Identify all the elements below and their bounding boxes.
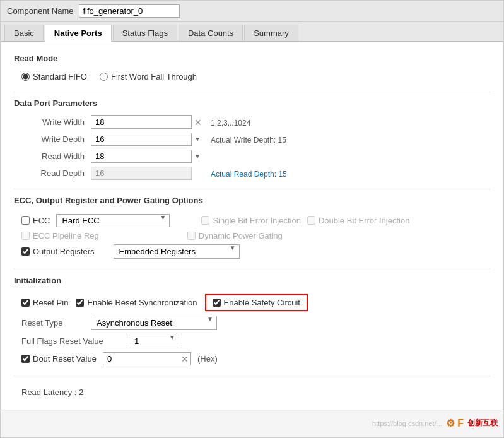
watermark: https://blog.csdn.net/... ⚙ F 创新互联	[372, 417, 498, 429]
reset-pin-text: Reset Pin	[33, 298, 68, 307]
read-latency: Read Latency : 2	[14, 382, 490, 402]
standard-fifo-option[interactable]: Standard FIFO	[21, 72, 87, 81]
read-width-hint	[211, 156, 483, 157]
enable-reset-sync-checkbox[interactable]	[76, 299, 84, 307]
init-content: Reset Pin Enable Reset Synchronization E…	[14, 290, 490, 369]
enable-safety-circuit-label[interactable]: Enable Safety Circuit	[213, 298, 300, 307]
component-name-input[interactable]	[79, 4, 180, 18]
enable-safety-circuit-checkbox[interactable]	[213, 299, 221, 307]
single-bit-error-text: Single Bit Error Injection	[213, 216, 300, 225]
enable-reset-sync-text: Enable Reset Synchronization	[87, 298, 197, 307]
watermark-brand-icon: 创新互联	[467, 418, 498, 429]
full-flags-label: Full Flags Reset Value	[21, 336, 122, 346]
reset-type-wrap: Asynchronous Reset Synchronous Reset ▼	[91, 316, 217, 330]
data-port-title: Data Port Parameters	[14, 98, 490, 108]
dout-reset-input[interactable]	[103, 352, 191, 365]
double-bit-error-label: Double Bit Error Injection	[307, 216, 410, 225]
ecc-row-2: ECC Pipeline Reg Dynamic Power Gating	[21, 231, 483, 240]
standard-fifo-label: Standard FIFO	[33, 72, 87, 81]
init-row-1: Reset Pin Enable Reset Synchronization E…	[21, 294, 483, 311]
read-latency-text: Read Latency : 2	[21, 388, 83, 397]
tab-bar: Basic Native Ports Status Flags Data Cou…	[1, 22, 503, 42]
full-flags-row: Full Flags Reset Value 0 1 ▼	[21, 334, 483, 348]
initialization-section: Initialization Reset Pin Enable Reset Sy…	[14, 276, 490, 369]
dout-reset-row: Dout Reset Value ✕ (Hex)	[21, 352, 483, 365]
single-bit-error-label: Single Bit Error Injection	[201, 216, 300, 225]
first-word-fall-through-option[interactable]: First Word Fall Through	[100, 72, 197, 81]
read-depth-hint: Actual Read Depth: 15	[211, 169, 483, 179]
ecc-checkbox[interactable]	[21, 216, 30, 225]
watermark-logo-icon: ⚙ F	[446, 417, 464, 429]
write-width-clear-btn[interactable]: ✕	[194, 118, 202, 127]
output-reg-type-wrap: Embedded Registers Fabric Registers ▼	[114, 244, 240, 259]
write-depth-label: Write Depth	[21, 134, 85, 144]
ecc-type-wrap: Hard ECC Soft ECC ▼	[56, 214, 170, 227]
dout-reset-checkbox[interactable]	[21, 355, 30, 363]
write-width-input[interactable]	[91, 115, 192, 129]
output-reg-type-select[interactable]: Embedded Registers Fabric Registers	[114, 244, 240, 259]
ecc-label: ECC	[33, 216, 50, 225]
safety-circuit-box: Enable Safety Circuit	[205, 294, 308, 311]
read-depth-input	[91, 167, 192, 180]
dout-reset-text: Dout Reset Value	[33, 354, 97, 364]
reset-type-label: Reset Type	[21, 318, 85, 328]
main-window: Component Name Basic Native Ports Status…	[0, 0, 504, 438]
write-depth-select[interactable]: 16 32 64	[91, 133, 192, 146]
read-mode-section: Read Mode Standard FIFO First Word Fall …	[14, 54, 490, 85]
read-depth-label: Read Depth	[21, 169, 85, 178]
output-registers-checkbox[interactable]	[21, 247, 30, 256]
main-content: Read Mode Standard FIFO First Word Fall …	[1, 42, 503, 410]
component-name-label: Component Name	[7, 6, 74, 16]
dout-reset-hex-hint: (Hex)	[197, 354, 218, 364]
tab-status-flags[interactable]: Status Flags	[113, 25, 177, 41]
tab-native-ports[interactable]: Native Ports	[45, 25, 112, 42]
title-bar: Component Name	[1, 1, 503, 22]
reset-pin-checkbox[interactable]	[21, 299, 30, 307]
reset-pin-label[interactable]: Reset Pin	[21, 298, 68, 307]
output-registers-label[interactable]: Output Registers	[21, 247, 95, 256]
read-mode-row: Standard FIFO First Word Fall Through	[14, 68, 490, 85]
first-word-fall-through-label: First Word Fall Through	[111, 72, 197, 81]
enable-reset-sync-label[interactable]: Enable Reset Synchronization	[76, 298, 197, 307]
read-width-arrow-icon: ▼	[194, 153, 201, 160]
output-reg-row: Output Registers Embedded Registers Fabr…	[21, 244, 483, 259]
tab-basic[interactable]: Basic	[4, 25, 44, 41]
ecc-section: ECC, Output Register and Power Gating Op…	[14, 196, 490, 263]
double-bit-error-text: Double Bit Error Injection	[319, 216, 410, 225]
full-flags-wrap: 0 1 ▼	[129, 334, 179, 348]
dout-reset-clear-btn[interactable]: ✕	[181, 355, 189, 364]
first-word-fall-through-radio[interactable]	[100, 73, 108, 81]
standard-fifo-radio[interactable]	[21, 73, 30, 81]
reset-type-row: Reset Type Asynchronous Reset Synchronou…	[21, 316, 483, 330]
write-width-hint: 1,2,3,..1024	[211, 117, 483, 127]
write-depth-arrow-icon: ▼	[194, 136, 201, 143]
ecc-checkbox-label[interactable]: ECC	[21, 216, 50, 225]
write-width-label: Write Width	[21, 117, 85, 127]
enable-safety-circuit-text: Enable Safety Circuit	[224, 298, 300, 307]
single-bit-error-checkbox	[201, 216, 209, 225]
read-width-wrap: 18 36 ▼	[91, 150, 204, 163]
initialization-title: Initialization	[14, 276, 490, 285]
ecc-row-1: ECC Hard ECC Soft ECC ▼ Single Bit Error…	[21, 214, 483, 227]
read-width-label: Read Width	[21, 151, 85, 161]
dynamic-power-gating-text: Dynamic Power Gating	[199, 231, 283, 240]
dout-reset-input-wrap: ✕	[103, 352, 191, 365]
write-depth-wrap: 16 32 64 ▼	[91, 133, 204, 146]
full-flags-select[interactable]: 0 1	[129, 334, 179, 348]
output-registers-text: Output Registers	[33, 247, 95, 256]
ecc-type-select[interactable]: Hard ECC Soft ECC	[56, 214, 170, 227]
tab-summary[interactable]: Summary	[244, 25, 298, 41]
read-depth-wrap	[91, 167, 204, 180]
read-mode-title: Read Mode	[14, 54, 490, 63]
write-depth-hint: Actual Write Depth: 15	[211, 134, 483, 145]
reset-type-select[interactable]: Asynchronous Reset Synchronous Reset	[91, 316, 217, 330]
watermark-url: https://blog.csdn.net/...	[372, 420, 442, 427]
ecc-pipeline-reg-checkbox	[21, 232, 30, 240]
data-port-section: Data Port Parameters Write Width ✕ 1,2,3…	[14, 98, 490, 182]
dynamic-power-gating-checkbox	[187, 232, 196, 240]
double-bit-error-checkbox	[307, 216, 315, 225]
tab-data-counts[interactable]: Data Counts	[179, 25, 243, 41]
ecc-pipeline-reg-text: ECC Pipeline Reg	[33, 231, 99, 240]
dout-reset-label[interactable]: Dout Reset Value	[21, 354, 97, 364]
read-width-select[interactable]: 18 36	[91, 150, 192, 163]
